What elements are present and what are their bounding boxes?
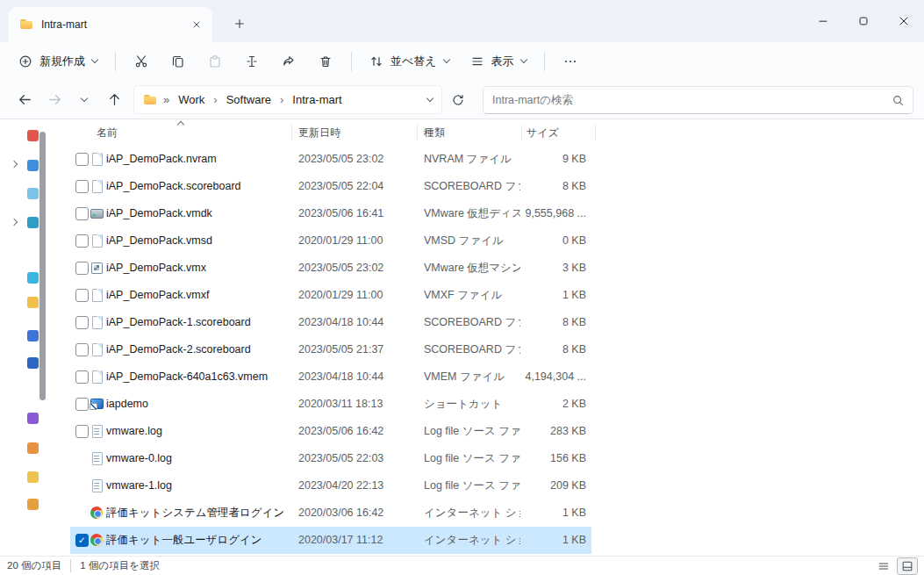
delete-button[interactable]: [308, 47, 343, 76]
sidebar-item-icon[interactable]: [27, 357, 39, 369]
rename-button[interactable]: [234, 47, 269, 76]
more-button[interactable]: [553, 47, 588, 76]
new-button-label: 新規作成: [39, 54, 85, 69]
file-date: 2020/03/06 16:42: [298, 500, 414, 527]
new-button[interactable]: 新規作成: [9, 47, 107, 76]
row-checkbox[interactable]: [75, 153, 89, 166]
cut-button[interactable]: [124, 47, 159, 76]
file-date: 2023/05/06 16:42: [298, 418, 414, 445]
sidebar-item-icon[interactable]: [27, 471, 39, 483]
plus-icon: [233, 18, 246, 30]
sidebar-item-icon[interactable]: [27, 297, 39, 308]
row-checkbox[interactable]: [75, 289, 89, 302]
column-header-type[interactable]: 種類: [424, 119, 445, 146]
file-row[interactable]: iAP_DemoPack.vmx 2023/05/05 23:02 VMware…: [70, 255, 591, 282]
address-dropdown-icon[interactable]: [426, 94, 433, 101]
file-row[interactable]: iAP_DemoPack.scoreboard 2023/05/05 22:04…: [70, 173, 591, 200]
view-button[interactable]: 表示: [461, 47, 536, 76]
row-checkbox[interactable]: [75, 398, 89, 411]
sidebar-item-icon[interactable]: [27, 160, 39, 171]
column-divider[interactable]: [417, 125, 418, 140]
sidebar-item-icon[interactable]: [27, 217, 39, 228]
sidebar-scrollbar[interactable]: [39, 132, 46, 400]
column-divider[interactable]: [291, 125, 292, 140]
file-row[interactable]: iAP_DemoPack-640a1c63.vmem 2023/04/18 10…: [70, 363, 591, 391]
explorer-tab[interactable]: Intra-mart: [9, 7, 212, 42]
minimize-button[interactable]: [803, 0, 843, 42]
copy-button[interactable]: [161, 47, 196, 76]
row-checkbox[interactable]: [75, 534, 89, 547]
row-checkbox[interactable]: [75, 343, 89, 356]
thumbnail-view-button[interactable]: [898, 558, 917, 574]
file-row[interactable]: vmware.log 2023/05/06 16:42 Log file ソース…: [70, 418, 591, 445]
paste-button[interactable]: [197, 47, 233, 76]
log-icon: [90, 424, 104, 438]
file-name: 評価キット一般ユーザログイン: [106, 527, 290, 554]
sidebar-item-icon[interactable]: [27, 442, 39, 454]
refresh-button[interactable]: [444, 86, 472, 114]
navigation-pane[interactable]: [0, 119, 70, 556]
column-header-date[interactable]: 更新日時: [298, 119, 340, 146]
column-header-name[interactable]: 名前: [97, 119, 118, 146]
sidebar-item-icon[interactable]: [27, 272, 39, 284]
recent-locations-button[interactable]: [70, 86, 98, 114]
search-box: [483, 86, 913, 114]
tree-expand-icon[interactable]: [11, 219, 18, 226]
forward-button[interactable]: [40, 86, 68, 114]
file-row[interactable]: iAP_DemoPack.vmdk 2023/05/06 16:41 VMwar…: [70, 200, 591, 227]
file-date: 2023/04/20 22:13: [298, 472, 414, 500]
file-row[interactable]: iAP_DemoPack.vmxf 2020/01/29 11:00 VMXF …: [70, 282, 591, 309]
breadcrumb-overflow[interactable]: »: [163, 93, 169, 106]
close-button[interactable]: [884, 0, 924, 42]
breadcrumb-item-work[interactable]: Work: [175, 92, 207, 107]
sidebar-item-icon[interactable]: [27, 188, 39, 199]
back-button[interactable]: [11, 86, 39, 114]
column-divider[interactable]: [521, 125, 522, 140]
row-checkbox[interactable]: [75, 316, 89, 329]
list-view-button[interactable]: [874, 558, 893, 574]
file-row[interactable]: iAP_DemoPack-2.scoreboard 2023/05/05 21:…: [70, 336, 591, 363]
view-icon: [470, 54, 484, 68]
maximize-button[interactable]: [843, 0, 884, 42]
column-header-size[interactable]: サイズ: [526, 119, 559, 146]
sidebar-item-icon[interactable]: [27, 499, 39, 510]
file-row[interactable]: vmware-0.log 2023/05/05 22:03 Log file ソ…: [70, 445, 591, 472]
file-size: 283 KB: [486, 418, 586, 445]
breadcrumb-item-intra-mart[interactable]: Intra-mart: [290, 92, 344, 107]
file-date: 2023/04/18 10:44: [298, 363, 414, 391]
row-checkbox[interactable]: [75, 262, 89, 275]
row-checkbox[interactable]: [75, 180, 89, 193]
view-button-label: 表示: [491, 54, 514, 69]
sidebar-item-icon[interactable]: [27, 130, 39, 141]
tree-expand-icon[interactable]: [11, 161, 18, 168]
file-row[interactable]: 評価キットシステム管理者ログイン 2020/03/06 16:42 インターネッ…: [70, 500, 591, 527]
minimize-icon: [817, 15, 829, 27]
file-name: vmware-1.log: [106, 472, 290, 500]
new-tab-button[interactable]: [226, 11, 253, 36]
file-row[interactable]: iAP_DemoPack.vmsd 2020/01/29 11:00 VMSD …: [70, 227, 591, 255]
row-checkbox[interactable]: [75, 234, 89, 248]
file-icon: [90, 234, 104, 248]
file-row[interactable]: vmware-1.log 2023/04/20 22:13 Log file ソ…: [70, 472, 591, 500]
row-checkbox[interactable]: [75, 207, 89, 220]
search-icon[interactable]: [892, 94, 905, 107]
share-button[interactable]: [271, 47, 306, 76]
row-checkbox[interactable]: [75, 370, 89, 384]
sidebar-item-icon[interactable]: [27, 413, 39, 424]
sort-button[interactable]: 並べ替え: [360, 47, 459, 76]
file-row[interactable]: iAP_DemoPack.nvram 2023/05/05 23:02 NVRA…: [70, 146, 591, 173]
arrow-right-icon: [47, 92, 62, 107]
disk-icon: [90, 206, 104, 220]
search-input[interactable]: [492, 94, 885, 106]
tab-close-button[interactable]: [186, 14, 207, 35]
file-row[interactable]: iapdemo 2020/03/11 18:13 ショートカット 2 KB: [70, 391, 591, 418]
row-checkbox[interactable]: [75, 425, 89, 438]
navigation-bar: » Work › Software › Intra-mart: [0, 81, 924, 119]
sidebar-item-icon[interactable]: [27, 330, 39, 341]
file-row[interactable]: iAP_DemoPack-1.scoreboard 2023/04/18 10:…: [70, 309, 591, 336]
file-row[interactable]: 評価キット一般ユーザログイン 2020/03/17 11:12 インターネット …: [70, 527, 591, 554]
column-divider[interactable]: [595, 125, 596, 140]
breadcrumb-item-software[interactable]: Software: [224, 92, 274, 107]
up-button[interactable]: [100, 86, 128, 114]
file-icon: [90, 152, 104, 166]
